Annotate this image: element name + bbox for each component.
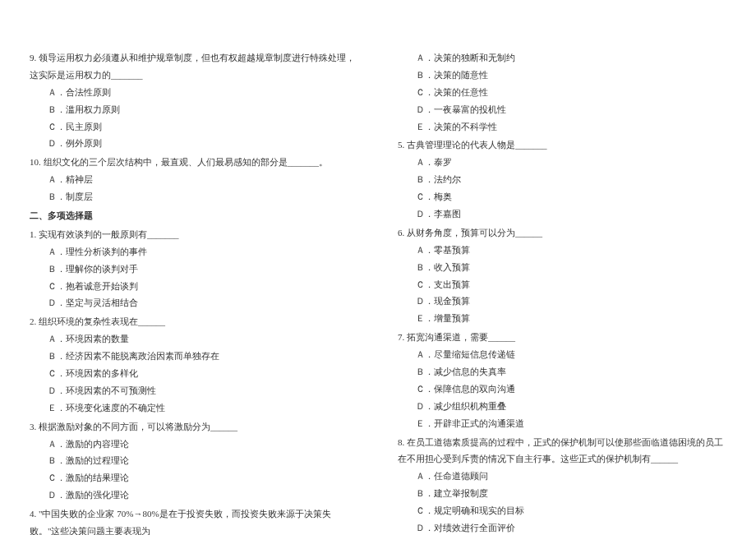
q10-opt-a: Ａ．精神层	[30, 171, 358, 188]
m5-opt-c: Ｃ．梅奥	[398, 188, 726, 205]
multi-question-6: 6. 从财务角度，预算可以分为______ Ａ．零基预算 Ｂ．收入预算 Ｃ．支出…	[398, 224, 726, 327]
m2-opt-d: Ｄ．环境因素的不可预测性	[30, 382, 358, 399]
m8-stem: 8. 在员工道德素质提高的过程中，正式的保护机制可以使那些面临道德困境的员工在不…	[398, 434, 726, 468]
m1-opt-b: Ｂ．理解你的谈判对手	[30, 261, 358, 278]
m6-opt-b: Ｂ．收入预算	[398, 259, 726, 276]
m7-opt-c: Ｃ．保障信息的双向沟通	[398, 380, 726, 398]
multi-question-4-opts: Ａ．决策的独断和无制约 Ｂ．决策的随意性 Ｃ．决策的任意性 Ｄ．一夜暴富的投机性…	[398, 49, 726, 135]
question-9: 9. 领导运用权力必须遵从和维护规章制度，但也有权超越规章制度进行特殊处理，这实…	[30, 49, 358, 152]
q9-opt-d: Ｄ．例外原则	[30, 135, 358, 152]
q9-opt-a: Ａ．合法性原则	[30, 84, 358, 101]
question-10: 10. 组织文化的三个层次结构中，最直观、人们最易感知的部分是_______。 …	[30, 154, 358, 205]
m2-opt-a: Ａ．环境因素的数量	[30, 330, 358, 348]
m6-opt-c: Ｃ．支出预算	[398, 276, 726, 293]
multi-question-3: 3. 根据激励对象的不同方面，可以将激励分为______ Ａ．激励的内容理论 Ｂ…	[30, 418, 358, 504]
multi-question-2: 2. 组织环境的复杂性表现在______ Ａ．环境因素的数量 Ｂ．经济因素不能脱…	[30, 313, 358, 416]
m2-opt-c: Ｃ．环境因素的多样化	[30, 365, 358, 382]
m3-opt-c: Ｃ．激励的结果理论	[30, 469, 358, 487]
m8-opt-d: Ｄ．对绩效进行全面评价	[398, 519, 726, 535]
m6-stem: 6. 从财务角度，预算可以分为______	[398, 224, 726, 242]
m1-opt-d: Ｄ．坚定与灵活相结合	[30, 294, 358, 311]
m4-opt-c: Ｃ．决策的任意性	[398, 84, 726, 101]
q10-stem: 10. 组织文化的三个层次结构中，最直观、人们最易感知的部分是_______。	[30, 154, 358, 171]
m3-stem: 3. 根据激励对象的不同方面，可以将激励分为______	[30, 418, 358, 436]
m2-opt-e: Ｅ．环境变化速度的不确定性	[30, 399, 358, 417]
q9-opt-b: Ｂ．滥用权力原则	[30, 101, 358, 118]
m4-stem: 4. "中国失败的企业家 70%→80%是在于投资失败，而投资失败来源于决策失败…	[30, 505, 358, 535]
m2-opt-b: Ｂ．经济因素不能脱离政治因素而单独存在	[30, 348, 358, 365]
multi-question-5: 5. 古典管理理论的代表人物是_______ Ａ．泰罗 Ｂ．法约尔 Ｃ．梅奥 Ｄ…	[398, 136, 726, 222]
m1-opt-a: Ａ．理性分析谈判的事件	[30, 243, 358, 261]
m4-opt-a: Ａ．决策的独断和无制约	[398, 49, 726, 67]
m4-opt-e: Ｅ．决策的不科学性	[398, 118, 726, 136]
m4-opt-b: Ｂ．决策的随意性	[398, 67, 726, 84]
m7-opt-b: Ｂ．减少信息的失真率	[398, 363, 726, 380]
m8-opt-b: Ｂ．建立举报制度	[398, 485, 726, 502]
m5-opt-d: Ｄ．李嘉图	[398, 205, 726, 223]
m2-stem: 2. 组织环境的复杂性表现在______	[30, 313, 358, 330]
m6-opt-a: Ａ．零基预算	[398, 242, 726, 259]
multi-question-4: 4. "中国失败的企业家 70%→80%是在于投资失败，而投资失败来源于决策失败…	[30, 505, 358, 535]
section-2-title: 二、多项选择题	[30, 207, 358, 224]
m8-opt-a: Ａ．任命道德顾问	[398, 468, 726, 485]
multi-question-8: 8. 在员工道德素质提高的过程中，正式的保护机制可以使那些面临道德困境的员工在不…	[398, 434, 726, 535]
right-column: Ａ．决策的独断和无制约 Ｂ．决策的随意性 Ｃ．决策的任意性 Ｄ．一夜暴富的投机性…	[378, 49, 726, 502]
m3-opt-a: Ａ．激励的内容理论	[30, 436, 358, 453]
m3-opt-b: Ｂ．激励的过程理论	[30, 452, 358, 469]
m7-opt-e: Ｅ．开辟非正式的沟通渠道	[398, 415, 726, 432]
m6-opt-d: Ｄ．现金预算	[398, 293, 726, 310]
m6-opt-e: Ｅ．增量预算	[398, 310, 726, 327]
m7-opt-d: Ｄ．减少组织机构重叠	[398, 398, 726, 415]
q9-opt-c: Ｃ．民主原则	[30, 118, 358, 136]
m5-opt-a: Ａ．泰罗	[398, 154, 726, 171]
multi-question-7: 7. 拓宽沟通渠道，需要______ Ａ．尽量缩短信息传递链 Ｂ．减少信息的失真…	[398, 329, 726, 431]
page-container: 9. 领导运用权力必须遵从和维护规章制度，但也有权超越规章制度进行特殊处理，这实…	[0, 0, 756, 535]
m1-stem: 1. 实现有效谈判的一般原则有_______	[30, 226, 358, 243]
m4-opt-d: Ｄ．一夜暴富的投机性	[398, 101, 726, 118]
m5-opt-b: Ｂ．法约尔	[398, 171, 726, 188]
m7-opt-a: Ａ．尽量缩短信息传递链	[398, 346, 726, 363]
m1-opt-c: Ｃ．抱着诚意开始谈判	[30, 278, 358, 295]
m3-opt-d: Ｄ．激励的强化理论	[30, 487, 358, 504]
left-column: 9. 领导运用权力必须遵从和维护规章制度，但也有权超越规章制度进行特殊处理，这实…	[30, 49, 378, 502]
m8-opt-c: Ｃ．规定明确和现实的目标	[398, 502, 726, 519]
q10-opt-b: Ｂ．制度层	[30, 188, 358, 205]
m5-stem: 5. 古典管理理论的代表人物是_______	[398, 136, 726, 154]
m7-stem: 7. 拓宽沟通渠道，需要______	[398, 329, 726, 346]
q9-stem: 9. 领导运用权力必须遵从和维护规章制度，但也有权超越规章制度进行特殊处理，这实…	[30, 49, 358, 84]
multi-question-1: 1. 实现有效谈判的一般原则有_______ Ａ．理性分析谈判的事件 Ｂ．理解你…	[30, 226, 358, 311]
